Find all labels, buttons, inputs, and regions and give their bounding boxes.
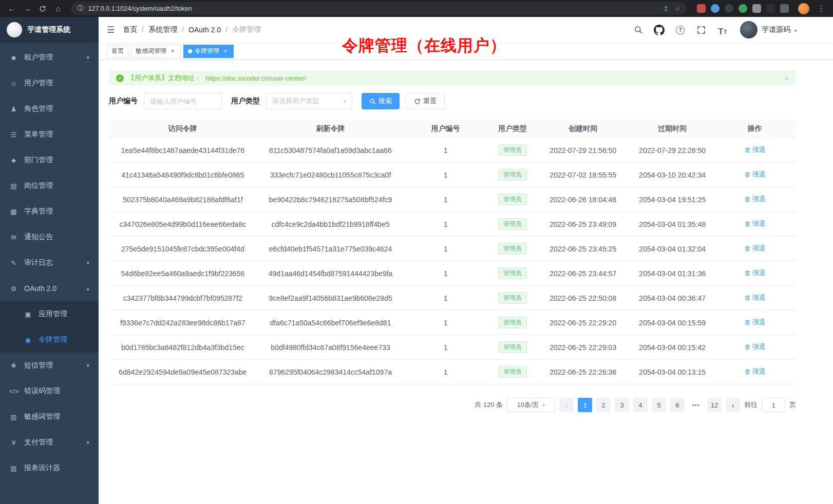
tab[interactable]: 敏感词管理 × xyxy=(131,45,181,58)
tenant-icon: ☻ xyxy=(9,54,18,62)
search-icon[interactable] xyxy=(632,23,645,36)
cell-user-type: 管理员 xyxy=(487,366,538,378)
cell-refresh-token: 333ecfc71e02480cb11055c875c3ca0f xyxy=(257,171,405,179)
extension-icon[interactable] xyxy=(766,4,775,13)
force-logout-button[interactable]: 强退 xyxy=(744,219,766,228)
table-header-cell: 访问令牌 xyxy=(109,124,257,133)
page-button[interactable]: 2 xyxy=(596,398,611,412)
extension-icon[interactable] xyxy=(752,4,761,13)
force-logout-button[interactable]: 强退 xyxy=(744,244,766,253)
browser-back-icon[interactable]: ← xyxy=(5,2,18,15)
cell-refresh-token: 9ce8ef2aa9f14056b831ae9b608e28d5 xyxy=(257,294,405,302)
breadcrumb-item[interactable]: 首页 xyxy=(123,25,148,34)
page-button[interactable]: 12 xyxy=(707,398,722,412)
force-logout-button[interactable]: 强退 xyxy=(744,318,766,327)
cell-access-token: b0d1785bc3a8482f812db4a3f3bd15ec xyxy=(109,343,257,352)
breadcrumb-item[interactable]: 系统管理 xyxy=(148,25,188,34)
extension-icon[interactable] xyxy=(711,4,720,13)
cell-create-time: 2022-07-29 21:58:50 xyxy=(538,146,628,154)
share-icon[interactable]: ↥ xyxy=(663,5,668,12)
page-button[interactable]: ••• xyxy=(689,398,703,412)
extension-icon[interactable] xyxy=(725,4,733,13)
goto-page-input[interactable] xyxy=(762,398,785,412)
sidebar-item[interactable]: ❖ 短信管理 ▾ xyxy=(0,353,99,378)
sidebar-item[interactable]: </> 错误码管理 xyxy=(0,378,99,404)
force-logout-button[interactable]: 强退 xyxy=(744,367,766,376)
cell-actions: 强退 xyxy=(717,219,792,229)
browser-home-icon[interactable]: ⌂ xyxy=(51,2,65,15)
reset-button[interactable]: 重置 xyxy=(406,93,445,109)
force-logout-button[interactable]: 强退 xyxy=(744,293,766,302)
app-logo[interactable]: 芋道管理系统 xyxy=(0,17,99,43)
doc-link[interactable]: https://doc.iocoder.cn/user-center/ xyxy=(205,74,306,82)
github-icon[interactable] xyxy=(653,23,666,36)
tab-close-icon[interactable]: × xyxy=(169,48,176,55)
sidebar-item[interactable]: ◉ 令牌管理 xyxy=(0,327,99,353)
sidebar-item[interactable]: ¥ 支付管理 ▾ xyxy=(0,430,99,455)
sidebar-item-label: 部门管理 xyxy=(24,156,53,165)
breadcrumb-item[interactable]: OAuth 2.0 xyxy=(188,26,232,34)
sidebar-item[interactable]: ✉ 通知公告 xyxy=(0,224,99,250)
table-row: c347026e805e4d99b0d116eae66eda8c cdfc4ce… xyxy=(109,212,796,237)
sidebar-item[interactable]: ⚙ OAuth 2.0 ▴ xyxy=(0,276,99,301)
hamburger-icon[interactable]: ☰ xyxy=(107,25,115,35)
search-button[interactable]: 搜索 xyxy=(362,93,400,109)
user-id-input[interactable] xyxy=(144,93,222,109)
sidebar-item[interactable]: ☰ 菜单管理 xyxy=(0,122,99,147)
extensions-group xyxy=(697,4,789,13)
sidebar-item[interactable]: ▤ 岗位管理 xyxy=(0,173,99,199)
force-logout-button[interactable]: 强退 xyxy=(744,268,766,278)
sidebar-item[interactable]: ☺ 用户管理 xyxy=(0,70,99,96)
page-button[interactable]: 4 xyxy=(633,398,648,412)
sidebar-item-label: 字典管理 xyxy=(24,207,53,216)
fullscreen-icon[interactable] xyxy=(695,23,708,36)
page-button[interactable]: 1 xyxy=(578,398,592,412)
tab[interactable]: 首页 × xyxy=(107,45,128,58)
bookmark-star-icon[interactable]: ☆ xyxy=(675,5,680,12)
tab[interactable]: 令牌管理 × xyxy=(183,45,234,58)
user-menu[interactable]: 芋道源码 ▾ xyxy=(740,21,797,38)
user-type-select[interactable]: 请选择用户类型 ▾ xyxy=(266,93,352,109)
sidebar-item-label: 角色管理 xyxy=(24,104,53,113)
extension-icon[interactable] xyxy=(780,4,789,13)
table-row: 54d6be82ee5a460a9aedc1f9bf223656 49d1aa4… xyxy=(109,261,796,286)
force-logout-button[interactable]: 强退 xyxy=(744,145,766,154)
font-size-icon[interactable]: TT xyxy=(716,23,729,36)
address-bar[interactable]: ⓘ 127.0.0.1:1024/system/oauth2/token ↥ ☆ xyxy=(71,2,687,15)
next-page-button[interactable]: › xyxy=(726,398,740,412)
page-button[interactable]: 5 xyxy=(652,398,666,412)
extension-icon[interactable] xyxy=(697,4,706,13)
table-row: 6d842e2924594de9a09e45e087323abe 8796295… xyxy=(109,360,796,384)
delete-icon xyxy=(744,221,751,227)
browser-reload-icon[interactable] xyxy=(36,2,49,15)
prev-page-button[interactable]: ‹ xyxy=(559,398,574,412)
caret-down-icon: ▾ xyxy=(344,99,346,104)
user-type-badge: 管理员 xyxy=(498,292,527,304)
browser-menu-icon[interactable]: ⋮ xyxy=(815,2,828,15)
force-logout-button[interactable]: 强退 xyxy=(744,195,766,204)
sidebar-item[interactable]: ♣ 部门管理 xyxy=(0,147,99,173)
force-logout-button[interactable]: 强退 xyxy=(744,170,766,179)
tab-close-icon[interactable]: × xyxy=(222,48,229,55)
site-info-icon[interactable]: ⓘ xyxy=(77,4,84,13)
browser-toolbar: ← → ⌂ ⓘ 127.0.0.1:1024/system/oauth2/tok… xyxy=(0,0,833,17)
extension-icon[interactable] xyxy=(739,4,747,13)
page-button[interactable]: 3 xyxy=(615,398,629,412)
sidebar-item[interactable]: ✎ 审计日志 ▾ xyxy=(0,250,99,276)
sidebar-item[interactable]: ☻ 租户管理 ▾ xyxy=(0,45,99,70)
page-button[interactable]: 6 xyxy=(670,398,685,412)
sidebar-item[interactable]: ▧ 报表设计器 xyxy=(0,455,99,481)
help-icon[interactable]: ? xyxy=(674,23,687,36)
alert-close-icon[interactable]: × xyxy=(784,74,789,83)
breadcrumb: 首页 系统管理 OAuth 2.0 令牌管理 xyxy=(123,25,261,34)
sidebar-item[interactable]: ♟ 角色管理 xyxy=(0,96,99,122)
page-size-select[interactable]: 10条/页 ▾ xyxy=(507,398,555,412)
sidebar-item[interactable]: ▦ 字典管理 xyxy=(0,199,99,224)
browser-forward-icon[interactable]: → xyxy=(21,2,34,15)
breadcrumb-item[interactable]: 令牌管理 xyxy=(232,25,261,34)
table-row: 502375b8040a469a9b82188afdf6af1f be90422… xyxy=(109,187,796,212)
force-logout-button[interactable]: 强退 xyxy=(744,342,766,352)
sidebar-item[interactable]: ▥ 敏感词管理 xyxy=(0,404,99,430)
sidebar-item[interactable]: ▣ 应用管理 xyxy=(0,301,99,327)
browser-profile-avatar[interactable] xyxy=(798,3,809,14)
